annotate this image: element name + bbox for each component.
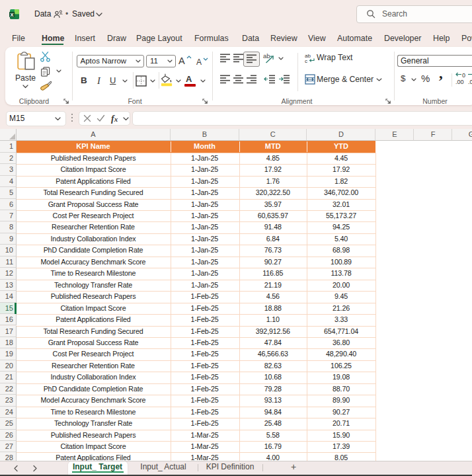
- svg-text:0: 0: [462, 72, 465, 79]
- svg-text:c: c: [305, 58, 307, 63]
- svg-text:.00: .00: [455, 79, 464, 85]
- svg-text:.0: .0: [468, 79, 472, 85]
- svg-text:X: X: [11, 12, 14, 18]
